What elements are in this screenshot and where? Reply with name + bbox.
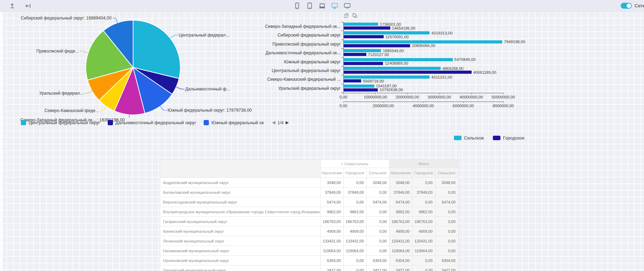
value-cell: 119064,00 xyxy=(389,246,412,256)
axis-tick-label: 2000000,00 xyxy=(373,104,394,108)
zoom-box-icon[interactable] xyxy=(343,13,349,18)
export-icon[interactable] xyxy=(9,3,15,9)
value-cell: 0,00 xyxy=(435,226,458,236)
table-row[interactable]: Нахимовский муниципальный округ119064,00… xyxy=(160,246,458,256)
bar-rural[interactable] xyxy=(343,40,502,43)
pie-callout-label: Северо-Кавказский феде... xyxy=(44,108,99,113)
bar-category-label: Дальневосточный федеральный ок... xyxy=(256,50,341,55)
pie-callout-label: Южный федеральный округ: 17879738,00 xyxy=(168,108,252,113)
bar-rural[interactable] xyxy=(343,85,374,88)
device-preview-switcher xyxy=(294,2,351,9)
table-column-header[interactable]: Городское xyxy=(412,168,435,178)
row-name-cell: Качинский муниципальный округ xyxy=(160,226,321,236)
tv-icon[interactable] xyxy=(344,2,351,9)
value-cell: 133431,00 xyxy=(320,236,343,246)
legend-item-label: Сельское xyxy=(464,135,484,141)
table-row[interactable]: Качинский муниципальный округ4909,004909… xyxy=(160,226,458,236)
pie-callout-label: Дальневосточный ф... xyxy=(185,87,230,91)
table-column-header[interactable]: Население xyxy=(389,168,412,178)
value-cell: 0,00 xyxy=(412,256,435,265)
legend-prev-icon[interactable]: ◀ xyxy=(272,120,275,125)
value-cell: 6304,00 xyxy=(366,256,389,265)
pie-legend-item[interactable]: Центральный федеральный округ xyxy=(21,120,100,125)
back-icon[interactable] xyxy=(25,3,31,9)
axis-tick xyxy=(463,102,464,103)
table-row[interactable]: Верхнесадовский муниципальный округ5474,… xyxy=(160,197,458,207)
bar-legend-item[interactable]: Городское xyxy=(493,135,524,141)
table-row[interactable]: Гагаринский муниципальный округ186763,00… xyxy=(160,217,458,226)
bar-category-label: Сибирский федеральный округ xyxy=(256,33,341,38)
value-cell: 0,00 xyxy=(366,226,389,236)
bar-value-label: 14654195,00 xyxy=(392,26,415,31)
value-cell: 4909,00 xyxy=(320,226,343,236)
table-row[interactable]: Орлиновский муниципальный округ6304,000,… xyxy=(160,256,458,265)
phone-icon[interactable] xyxy=(294,2,301,9)
bar-urban[interactable] xyxy=(343,26,390,30)
table-column-header[interactable]: Сельское xyxy=(435,168,458,178)
row-name-cell: Андреевский муниципальный округ xyxy=(160,178,321,188)
bar-urban[interactable] xyxy=(343,79,361,82)
bar-category-label: Северо-Западный федеральный ок... xyxy=(256,24,341,29)
table-row[interactable]: Андреевский муниципальный округ3048,000,… xyxy=(160,178,458,188)
table-column-header[interactable]: Сельское xyxy=(366,168,389,178)
laptop-icon[interactable] xyxy=(319,2,326,9)
value-cell: 0,00 xyxy=(343,256,366,265)
bar-legend-item[interactable]: Сельское xyxy=(454,135,484,141)
bar-value-label: 5568718,00 xyxy=(363,79,384,83)
axis-tick xyxy=(343,102,344,103)
bar-rural[interactable] xyxy=(343,23,378,26)
bar-rural[interactable] xyxy=(343,31,430,34)
bar-urban[interactable] xyxy=(343,71,472,74)
value-cell: 0,00 xyxy=(435,246,458,256)
value-cell: 2427,00 xyxy=(389,265,412,271)
axis-tick-label: 50000000,00 xyxy=(491,95,515,99)
axis-tick xyxy=(439,93,440,94)
table-column-header[interactable]: Городское xyxy=(343,168,366,178)
axis-tick-label: 20000000,00 xyxy=(396,95,419,99)
axis-tick-label: 6000000,00 xyxy=(453,104,474,108)
bar-urban[interactable] xyxy=(343,53,366,56)
bar-urban[interactable] xyxy=(343,62,383,65)
value-cell: 5474,00 xyxy=(320,197,343,207)
legend-item-label: Городское xyxy=(503,135,524,141)
bar-rural[interactable] xyxy=(343,49,381,52)
category-tick xyxy=(341,84,343,84)
pie-leader-line-2 xyxy=(160,106,167,110)
category-tick xyxy=(341,22,343,22)
pie-legend-item[interactable]: Южный федеральный ок xyxy=(204,120,264,125)
table-row[interactable]: Ленинский муниципальный округ133431,0013… xyxy=(160,236,458,246)
table-group-header: Итого xyxy=(389,160,458,168)
axis-tick xyxy=(503,102,504,103)
row-name-cell: Верхнесадовский муниципальный округ xyxy=(160,197,321,207)
category-tick xyxy=(341,48,343,49)
table-row[interactable]: Внутригородское муниципальное образовани… xyxy=(160,207,458,217)
bar-urban[interactable] xyxy=(343,35,384,38)
value-cell: 37849,00 xyxy=(320,188,343,197)
bar-category-label: Южный федеральный округ xyxy=(256,59,341,64)
value-cell: 6304,00 xyxy=(389,256,412,265)
pie-legend-item[interactable]: Дальневосточный федеральный округ xyxy=(108,120,196,125)
table-group-header: г. Севастополь xyxy=(320,160,389,168)
bar-rural[interactable] xyxy=(343,67,441,70)
bar-urban[interactable] xyxy=(343,88,378,91)
bar-rural[interactable] xyxy=(343,58,453,61)
bar-rural[interactable] xyxy=(343,75,430,79)
restore-icon[interactable] xyxy=(352,13,358,18)
axis-tick-label: 30000000,00 xyxy=(427,95,451,99)
legend-next-icon[interactable]: ▶ xyxy=(286,120,289,125)
grid-toggle[interactable] xyxy=(621,3,632,9)
desktop-icon[interactable] xyxy=(331,2,338,9)
table-row[interactable]: Балаклавский муниципальный округ37849,00… xyxy=(160,188,458,197)
table-row[interactable]: Терновский муниципальный округ2427,000,0… xyxy=(160,265,458,271)
value-cell: 0,00 xyxy=(366,236,389,246)
bar-urban[interactable] xyxy=(343,44,410,47)
value-cell: 3048,00 xyxy=(366,178,389,188)
category-tick xyxy=(341,75,343,75)
legend-pager: ◀1/4▶ xyxy=(272,120,289,125)
data-table-widget: г. СевастопольИтогоНаселениеГородскоеСел… xyxy=(160,159,458,271)
table-column-header[interactable]: Население xyxy=(320,168,343,178)
axis-tick-label: 4000000,00 xyxy=(413,104,434,108)
bar-value-label: 12408889,00 xyxy=(385,61,408,66)
tablet-icon[interactable] xyxy=(306,2,313,9)
value-cell: 5474,00 xyxy=(366,197,389,207)
